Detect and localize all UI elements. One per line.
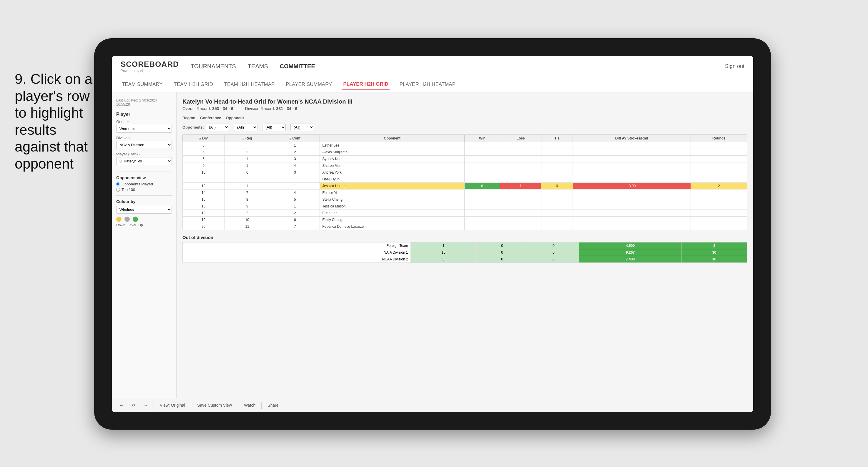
table-cell: 6 bbox=[183, 156, 224, 162]
table-row[interactable]: 31Esther Lee bbox=[183, 142, 747, 149]
rounds-cell bbox=[690, 210, 747, 217]
out-div-cell: 0 bbox=[476, 256, 528, 263]
tab-team-h2h-grid[interactable]: TEAM H2H GRID bbox=[173, 79, 214, 90]
rounds-cell bbox=[690, 203, 747, 210]
region-select[interactable]: (All) bbox=[234, 124, 257, 131]
table-cell: Andrea York bbox=[320, 169, 464, 176]
win-cell bbox=[464, 223, 500, 230]
out-div-cell: 30 bbox=[681, 249, 747, 256]
table-row[interactable]: 19106Emily Chang bbox=[183, 217, 747, 223]
radio-opponents-played[interactable]: Opponents Played bbox=[116, 182, 172, 186]
conference-select[interactable]: (All) bbox=[262, 124, 286, 131]
legend-up bbox=[133, 217, 138, 222]
tablet-frame: SCOREBOARD Powered by clippd TOURNAMENTS… bbox=[94, 38, 771, 430]
undo-btn[interactable]: ↩ bbox=[118, 402, 126, 409]
table-row[interactable]: 1585Stella Cheng bbox=[183, 196, 747, 203]
win-cell bbox=[464, 217, 500, 223]
table-row[interactable]: 1474Eunice Yi bbox=[183, 189, 747, 196]
table-row[interactable]: Haeji Hyun bbox=[183, 176, 747, 183]
out-div-cell: 15 bbox=[410, 249, 476, 256]
loss-cell bbox=[500, 196, 541, 203]
loss-cell: 1 bbox=[500, 183, 541, 189]
out-div-cell: 0 bbox=[528, 243, 579, 249]
tab-player-summary[interactable]: PLAYER SUMMARY bbox=[284, 79, 333, 90]
redo-btn[interactable]: ↻ bbox=[129, 402, 138, 409]
out-div-cell: 2 bbox=[681, 243, 747, 249]
watch-btn[interactable]: Watch bbox=[242, 402, 258, 409]
table-cell: 14 bbox=[183, 189, 224, 196]
nav-committee[interactable]: COMMITTEE bbox=[280, 61, 315, 72]
sidebar-division-label: Division bbox=[116, 136, 172, 140]
out-div-cell: NAIA Division 1 bbox=[183, 249, 411, 256]
table-cell: 1 bbox=[224, 156, 270, 162]
table-row[interactable]: 1691Jessica Mason bbox=[183, 203, 747, 210]
tab-player-h2h-heatmap[interactable]: PLAYER H2H HEATMAP bbox=[398, 79, 457, 90]
table-cell bbox=[224, 176, 270, 183]
out-div-cell: 0 bbox=[476, 249, 528, 256]
out-div-row: NAIA Division 115009.26730 bbox=[183, 249, 747, 256]
table-row[interactable]: 1822Euna Lee bbox=[183, 210, 747, 217]
division-record-label: Division Record: 331 - 34 - 6 bbox=[245, 106, 297, 111]
tab-team-summary[interactable]: TEAM SUMMARY bbox=[121, 79, 164, 90]
tie-cell bbox=[541, 149, 572, 156]
table-row[interactable]: 914Sharon Mun bbox=[183, 162, 747, 169]
out-div-row: Foreign Team1004.5002 bbox=[183, 243, 747, 249]
radio-top100[interactable]: Top 100 bbox=[116, 187, 172, 192]
table-cell: 3 bbox=[270, 169, 320, 176]
rounds-cell bbox=[690, 189, 747, 196]
col-loss: Loss bbox=[500, 135, 541, 142]
sidebar-gender-select[interactable]: Women's bbox=[116, 125, 172, 133]
sign-out[interactable]: Sign out bbox=[725, 63, 744, 69]
sidebar-player-select[interactable]: 8. Katelyn Vo bbox=[116, 157, 172, 165]
table-row[interactable]: 522Alexis Sudjianto bbox=[183, 149, 747, 156]
rounds-cell bbox=[690, 196, 747, 203]
legend-labels: Down Level Up bbox=[116, 223, 172, 227]
logo-area: SCOREBOARD Powered by clippd bbox=[121, 60, 179, 73]
table-cell: 10 bbox=[183, 169, 224, 176]
col-rounds: Rounds bbox=[690, 135, 747, 142]
opponents-select[interactable]: (All) bbox=[206, 124, 229, 131]
table-cell: 4 bbox=[270, 189, 320, 196]
table-row[interactable]: 1063Andrea York bbox=[183, 169, 747, 176]
table-row[interactable]: 613Sydney Kuo bbox=[183, 156, 747, 162]
diff-cell bbox=[572, 169, 690, 176]
table-cell: 1 bbox=[270, 183, 320, 189]
nav-teams[interactable]: TEAMS bbox=[248, 61, 268, 72]
share-btn[interactable]: Share bbox=[265, 402, 281, 409]
nav-tournaments[interactable]: TOURNAMENTS bbox=[191, 61, 236, 72]
table-cell: 13 bbox=[183, 183, 224, 189]
filters-row: Region Conference Opponent bbox=[182, 116, 747, 120]
opponent-view-title: Opponent view bbox=[116, 176, 172, 180]
opponent-select[interactable]: (All) bbox=[290, 124, 314, 131]
save-custom-btn[interactable]: Save Custom View bbox=[195, 402, 234, 409]
table-cell: 5 bbox=[183, 149, 224, 156]
table-cell: 18 bbox=[183, 210, 224, 217]
table-row[interactable]: 20117Federica Domecq Lacroze bbox=[183, 223, 747, 230]
tab-player-h2h-grid[interactable]: PLAYER H2H GRID bbox=[342, 79, 389, 90]
tie-cell bbox=[541, 176, 572, 183]
table-cell: 15 bbox=[183, 196, 224, 203]
toolbar-divider-1 bbox=[154, 402, 154, 409]
loss-cell bbox=[500, 217, 541, 223]
table-row[interactable]: 1311Jessica Huang010-3.002 bbox=[183, 183, 747, 189]
table-cell bbox=[183, 176, 224, 183]
rounds-cell bbox=[690, 169, 747, 176]
out-div-cell: 0 bbox=[528, 249, 579, 256]
out-division-title: Out of division bbox=[182, 235, 747, 240]
col-diff: Diff Av Strokes/Rnd bbox=[572, 135, 690, 142]
forward-btn[interactable]: → bbox=[141, 402, 150, 409]
table-cell: 4 bbox=[270, 162, 320, 169]
tablet-screen: SCOREBOARD Powered by clippd TOURNAMENTS… bbox=[112, 56, 753, 412]
colour-by-title: Colour by bbox=[116, 199, 172, 204]
loss-cell bbox=[500, 223, 541, 230]
view-original-btn[interactable]: View: Original bbox=[157, 402, 187, 409]
colour-by-select[interactable]: Win/loss bbox=[116, 206, 172, 214]
rounds-cell: 2 bbox=[690, 183, 747, 189]
sidebar-division-select[interactable]: NCAA Division III bbox=[116, 141, 172, 149]
table-cell: Sydney Kuo bbox=[320, 156, 464, 162]
table-cell: Alexis Sudjianto bbox=[320, 149, 464, 156]
overall-record-label: Overall Record: 353 - 34 - 6 bbox=[182, 106, 233, 111]
diff-cell bbox=[572, 142, 690, 149]
table-cell: 3 bbox=[183, 142, 224, 149]
tab-team-h2h-heatmap[interactable]: TEAM H2H HEATMAP bbox=[223, 79, 276, 90]
